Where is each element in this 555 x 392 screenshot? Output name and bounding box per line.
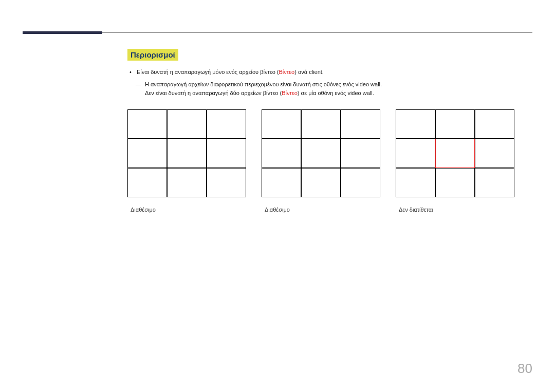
section-title: Περιορισμοί [127, 49, 178, 61]
grids-row: Διαθέσιμο Διαθέσιμο [127, 109, 532, 213]
grid-cell [167, 139, 207, 168]
grid-cell [167, 109, 207, 139]
grid-cell [396, 139, 435, 168]
dash-line2-suffix: ) σε μία οθόνη ενός video wall. [298, 90, 374, 96]
grid-cell [341, 109, 380, 139]
dash-line2-highlight: Βίντεο [282, 90, 298, 96]
grid-caption-2: Διαθέσιμο [265, 207, 380, 213]
grid-cell [262, 168, 301, 197]
grid-cell [167, 168, 207, 197]
grid-cell [475, 139, 514, 168]
dash-line2: Δεν είναι δυνατή η αναπαραγωγή δύο αρχεί… [145, 89, 532, 98]
grid-cell [262, 109, 301, 139]
page-number: 80 [517, 361, 532, 377]
grid-1 [127, 109, 246, 197]
dash-line1: Η αναπαραγωγή αρχείων διαφορετικού περιε… [145, 80, 532, 89]
grid-cell [341, 168, 380, 197]
grid-caption-1: Διαθέσιμο [131, 207, 246, 213]
grid-cell [396, 168, 435, 197]
grid-cell [127, 139, 167, 168]
bullet-prefix: Είναι δυνατή η αναπαραγωγή μόνο ενός αρχ… [137, 69, 279, 75]
grid-cell [435, 168, 475, 197]
grid-2 [262, 109, 380, 197]
bullet-line: Είναι δυνατή η αναπαραγωγή μόνο ενός αρχ… [137, 68, 532, 77]
grid-cell [207, 168, 246, 197]
dash-block: Η αναπαραγωγή αρχείων διαφορετικού περιε… [145, 80, 532, 98]
grid-cell-highlight [435, 139, 475, 168]
grid-cell [301, 168, 341, 197]
page-content: Περιορισμοί Είναι δυνατή η αναπαραγωγή μ… [127, 49, 532, 213]
grid-cell [396, 109, 435, 139]
grid-cell [435, 109, 475, 139]
grid-cell [127, 168, 167, 197]
grid-block-1: Διαθέσιμο [127, 109, 246, 213]
grid-caption-3: Δεν διατίθεται [399, 207, 514, 213]
grid-cell [475, 109, 514, 139]
bullet-suffix: ) ανά client. [294, 69, 324, 75]
grid-cell [341, 139, 380, 168]
header-accent [23, 31, 102, 34]
grid-cell [301, 139, 341, 168]
grid-cell [262, 139, 301, 168]
dash-line2-prefix: Δεν είναι δυνατή η αναπαραγωγή δύο αρχεί… [145, 90, 282, 96]
grid-block-3: Δεν διατίθεται [396, 109, 514, 213]
grid-block-2: Διαθέσιμο [262, 109, 380, 213]
grid-cell [301, 109, 341, 139]
grid-cell [207, 139, 246, 168]
grid-cell [207, 109, 246, 139]
grid-cell [475, 168, 514, 197]
grid-cell [127, 109, 167, 139]
grid-3 [396, 109, 514, 197]
bullet-highlight: Βίντεο [279, 69, 295, 75]
